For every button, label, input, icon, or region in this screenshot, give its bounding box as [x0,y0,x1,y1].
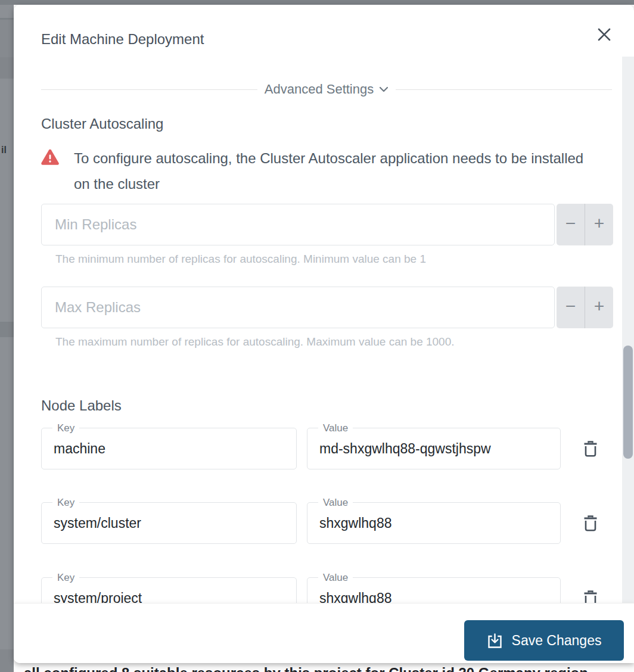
key-field-label: Key [52,497,79,509]
cluster-autoscaling-heading: Cluster Autoscaling [41,116,163,132]
key-field-label: Key [52,422,79,434]
min-replicas-stepper: − + [557,204,613,245]
plus-icon: + [594,213,605,233]
scrollbar-thumb[interactable] [623,346,633,459]
key-field-label: Key [52,572,79,584]
value-field-label: Value [318,497,353,509]
max-replicas-helper-text: The maximum number of replicas for autos… [55,335,455,349]
save-changes-label: Save Changes [512,633,602,649]
min-replicas-field [41,204,555,245]
max-replicas-field [41,287,555,328]
node-labels-heading: Node Labels [41,397,122,414]
autoscaler-warning-text: To configure autoscaling, the Cluster Au… [74,145,601,197]
warning-icon [41,149,59,166]
node-label-key-field: Key [41,502,297,544]
scrollbar-track[interactable] [622,57,634,603]
dialog-footer: Save Changes [14,603,634,663]
page-backdrop-top [0,0,634,5]
value-field-label: Value [318,572,353,584]
delete-node-label-button[interactable] [580,438,601,460]
node-label-value-input[interactable] [307,428,560,469]
save-changes-button[interactable]: Save Changes [464,620,624,661]
plus-icon: + [594,296,605,316]
min-replicas-helper-text: The minimum number of replicas for autos… [55,253,426,266]
edit-machine-deployment-dialog: Edit Machine Deployment Advanced Setting… [14,5,634,663]
node-label-value-field: Value [307,502,561,544]
max-replicas-input[interactable] [42,287,554,328]
max-replicas-increment-button[interactable]: + [585,287,613,328]
close-icon [596,27,612,42]
min-replicas-decrement-button[interactable]: − [557,204,585,245]
minus-icon: − [565,296,576,316]
backdrop-page-fragment: il [1,145,7,155]
page-backdrop-left [0,0,14,672]
trash-icon [583,440,598,458]
dialog-title: Edit Machine Deployment [41,31,204,48]
delete-node-label-button[interactable] [580,513,601,534]
node-label-value-input[interactable] [307,503,560,543]
max-replicas-decrement-button[interactable]: − [557,287,585,328]
close-button[interactable] [592,23,616,47]
background-page-text: all configured 8 suitable resources by t… [24,665,588,672]
value-field-label: Value [318,422,353,434]
max-replicas-stepper: − + [557,287,613,328]
trash-icon [583,514,598,532]
min-replicas-increment-button[interactable]: + [585,204,613,245]
background-page-strip: all configured 8 suitable resources by t… [14,663,634,672]
screen: il all configured 8 suitable resources b… [0,0,634,672]
advanced-settings-label: Advanced Settings [265,82,374,97]
min-replicas-input[interactable] [42,204,554,245]
node-label-key-input[interactable] [42,428,296,469]
minus-icon: − [565,213,576,233]
node-label-value-field: Value [307,428,561,469]
save-icon [487,633,503,649]
node-label-key-input[interactable] [42,503,296,543]
chevron-down-icon [379,86,389,92]
advanced-settings-toggle[interactable]: Advanced Settings [41,80,612,98]
node-label-key-field: Key [41,428,297,469]
